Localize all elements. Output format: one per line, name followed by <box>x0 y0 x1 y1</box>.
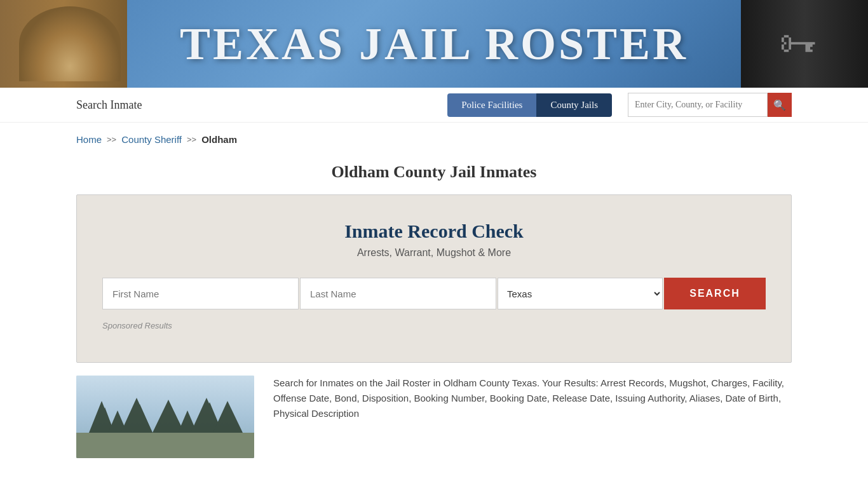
breadcrumb-sep-1: >> <box>107 135 116 144</box>
search-inmate-label: Search Inmate <box>76 98 435 112</box>
banner-right-decoration: 🗝 <box>741 0 868 88</box>
search-icon: 🔍 <box>773 99 786 111</box>
capitol-dome <box>19 6 121 81</box>
county-image <box>76 376 254 458</box>
last-name-input[interactable] <box>300 278 496 309</box>
breadcrumb-current: Oldham <box>201 134 237 145</box>
record-check-title: Inmate Record Check <box>102 220 766 242</box>
record-search-button[interactable]: SEARCH <box>664 278 766 309</box>
facility-search-button[interactable]: 🔍 <box>768 93 792 117</box>
first-name-input[interactable] <box>102 278 299 309</box>
bottom-description: Search for Inmates on the Jail Roster in… <box>273 376 792 458</box>
bottom-section: Search for Inmates on the Jail Roster in… <box>0 376 868 458</box>
county-image-svg <box>76 376 254 458</box>
state-select[interactable]: AlabamaAlaskaArizonaArkansasCaliforniaCo… <box>498 278 663 309</box>
svg-rect-1 <box>76 433 254 458</box>
nav-bar: Search Inmate Police Facilities County J… <box>0 88 868 123</box>
breadcrumb: Home >> County Sheriff >> Oldham <box>0 123 868 156</box>
record-check-form: AlabamaAlaskaArizonaArkansasCaliforniaCo… <box>102 278 766 309</box>
county-jails-button[interactable]: County Jails <box>536 93 612 117</box>
banner-left-decoration <box>0 0 127 88</box>
sponsored-label: Sponsored Results <box>102 321 766 330</box>
page-title: Oldham County Jail Inmates <box>0 163 868 182</box>
site-title: Texas Jail Roster <box>180 18 688 71</box>
breadcrumb-sep-2: >> <box>187 135 196 144</box>
record-check-box: Inmate Record Check Arrests, Warrant, Mu… <box>76 194 792 363</box>
facility-search-box: 🔍 <box>628 93 792 117</box>
header-banner: Texas Jail Roster 🗝 <box>0 0 868 88</box>
record-check-subtitle: Arrests, Warrant, Mugshot & More <box>102 247 766 259</box>
breadcrumb-county-sheriff-link[interactable]: County Sheriff <box>121 134 182 145</box>
page-title-section: Oldham County Jail Inmates <box>0 156 868 194</box>
keys-decoration: 🗝 <box>741 0 855 88</box>
police-facilities-button[interactable]: Police Facilities <box>447 93 536 117</box>
breadcrumb-home-link[interactable]: Home <box>76 134 102 145</box>
facility-search-input[interactable] <box>628 93 768 117</box>
nav-facility-buttons: Police Facilities County Jails <box>447 93 612 117</box>
